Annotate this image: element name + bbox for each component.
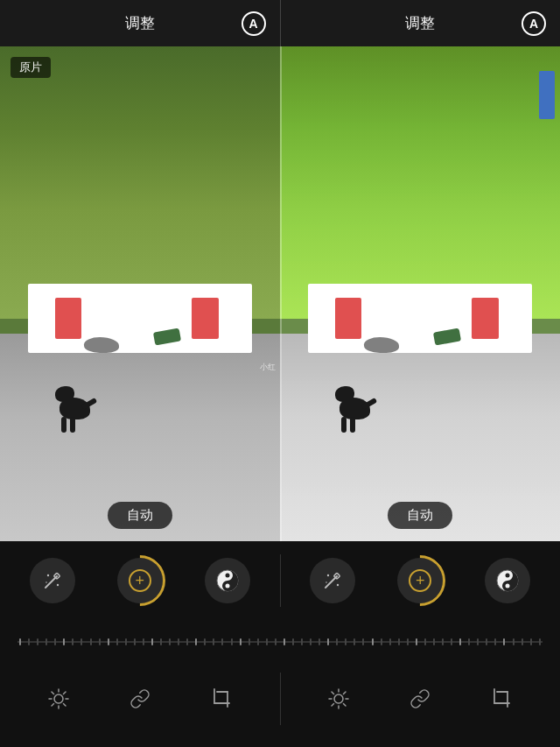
left-icon-row: + [0, 558, 280, 603]
crop-icon [210, 687, 233, 710]
right-auto-button[interactable]: 自动 [388, 502, 452, 529]
slider-dot [80, 638, 82, 645]
brightness-button-2[interactable]: + [397, 558, 443, 603]
slider-dots [18, 638, 542, 645]
slider-dot [221, 638, 223, 645]
svg-line-21 [52, 692, 54, 694]
slider-dot [240, 638, 242, 645]
slider-dot [336, 638, 338, 645]
link-icon [130, 688, 150, 709]
slider-dot [248, 638, 250, 645]
sun-icon [47, 687, 70, 710]
slider-dot [477, 638, 479, 645]
link-button[interactable] [124, 683, 156, 715]
tone-curve-button-2[interactable] [485, 558, 530, 603]
tone-curve-button[interactable] [205, 558, 250, 603]
left-barrier [28, 284, 252, 353]
svg-point-14 [506, 574, 510, 578]
wand-icon-2 [321, 569, 344, 592]
left-greenery [0, 46, 280, 319]
link-icon-2 [410, 688, 430, 709]
slider-dot [381, 638, 382, 645]
svg-point-29 [334, 694, 343, 703]
dog-leg2 [70, 417, 75, 433]
left-auto-button[interactable]: 自动 [108, 502, 172, 529]
slider-track[interactable] [18, 641, 542, 643]
svg-point-15 [506, 584, 510, 588]
svg-line-36 [344, 692, 346, 694]
left-image-panel[interactable]: 原片 小红 自动 [0, 46, 280, 541]
plus-circle-icon-2: + [409, 569, 431, 592]
svg-line-24 [52, 704, 54, 707]
slider-dot [539, 638, 541, 645]
svg-line-37 [332, 704, 334, 707]
slider-dot [522, 638, 523, 645]
right-logo-icon[interactable]: A [522, 11, 546, 36]
slider-dot [459, 638, 461, 645]
auto-enhance-button[interactable] [30, 558, 75, 603]
sun-button-2[interactable] [323, 683, 354, 715]
slider-dot [54, 638, 56, 645]
svg-line-22 [63, 704, 66, 707]
slider-dot [186, 638, 188, 645]
slider-dot [327, 638, 329, 645]
brightness-button[interactable]: + [117, 558, 163, 603]
slider-dot [63, 638, 65, 645]
sun-button[interactable] [43, 683, 74, 715]
slider-dot [257, 638, 259, 645]
left-bottom-icons [0, 683, 280, 715]
slider-dot [433, 638, 435, 645]
left-rocks [84, 337, 119, 353]
svg-point-12 [326, 581, 328, 583]
left-photo [0, 46, 280, 541]
right-image-panel[interactable]: 自动 [280, 46, 560, 541]
right-greenery [280, 46, 560, 319]
slider-dot [266, 638, 268, 645]
svg-line-23 [63, 692, 66, 694]
slider-row[interactable] [0, 620, 560, 664]
slider-dot [99, 638, 101, 645]
yinyang-icon [215, 568, 240, 593]
slider-dot [389, 638, 391, 645]
svg-line-35 [344, 704, 346, 707]
slider-dot [134, 638, 136, 645]
crop-button[interactable] [206, 683, 237, 715]
slider-dot [354, 638, 355, 645]
wand-icon [41, 569, 64, 592]
slider-dot [398, 638, 400, 645]
right-dog [331, 371, 379, 433]
auto-enhance-button-2[interactable] [310, 558, 355, 603]
slider-dot [451, 638, 452, 645]
slider-dot [46, 638, 47, 645]
slider-dot [530, 638, 532, 645]
right-rocks [364, 337, 399, 353]
top-bar: 调整 A 调整 A [0, 0, 560, 46]
svg-point-2 [47, 574, 49, 576]
slider-dot [486, 638, 487, 645]
left-logo-icon[interactable]: A [242, 11, 266, 36]
slider-dot [231, 638, 233, 645]
slider-dot [407, 638, 409, 645]
slider-dot [301, 638, 303, 645]
svg-point-16 [54, 694, 63, 703]
sun-icon-2 [327, 687, 350, 710]
slider-dot [292, 638, 294, 645]
left-header: 调整 A [0, 0, 280, 46]
main-icon-row: + [0, 541, 560, 620]
slider-dot [372, 638, 374, 645]
slider-dot [37, 638, 38, 645]
bottom-icons-row [0, 664, 560, 734]
slider-dot [318, 638, 320, 645]
plus-circle-icon: + [129, 569, 151, 592]
slider-dot [143, 638, 144, 645]
crop-button-2[interactable] [486, 683, 517, 715]
slider-dot [169, 638, 171, 645]
slider-dot [424, 638, 426, 645]
watermark: 小红 [260, 362, 276, 373]
slider-dot [275, 638, 276, 645]
slider-dot [116, 638, 118, 645]
original-label: 原片 [10, 57, 51, 78]
link-button-2[interactable] [404, 683, 436, 715]
slider-dot [513, 638, 514, 645]
slider-dot [503, 638, 505, 645]
